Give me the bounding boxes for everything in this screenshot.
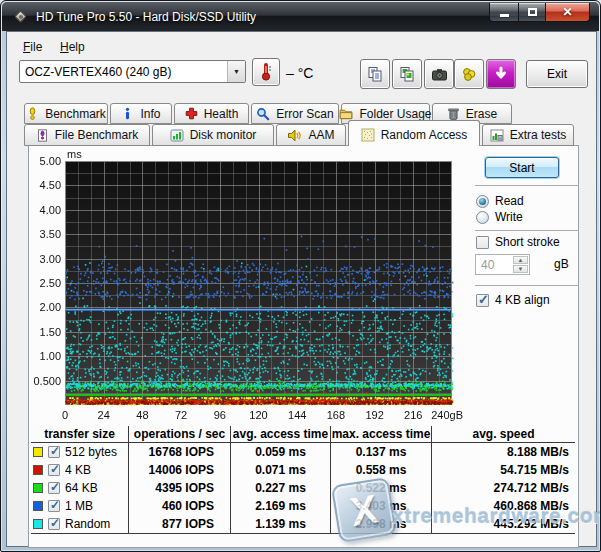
client-area: FileHelp OCZ-VERTEX460 (240 gB) ▼ – °C [6,31,597,547]
tab-health[interactable]: Health [174,103,249,124]
disk-monitor-icon [170,129,184,142]
tab-info[interactable]: Info [110,103,172,124]
tab-random-access[interactable]: Random Access [348,120,480,146]
4kb-align-checkbox[interactable] [476,294,489,307]
short-stroke-size-value: 40 [481,258,494,272]
spinner-down-icon[interactable]: ▼ [513,265,528,273]
close-button[interactable]: ✕ [545,3,590,22]
exit-button[interactable]: Exit [526,60,588,88]
value-cell: 4395 IOPS [128,479,230,497]
tab-label: Erase [466,107,497,121]
tab-error-scan[interactable]: Error Scan [251,103,339,124]
results-table-body: 512 bytes16768 IOPS0.059 ms0.137 ms8.188… [31,443,575,534]
series-visible-checkbox[interactable] [48,518,60,530]
tab-extra-tests[interactable]: Extra tests [482,124,574,146]
separator [475,285,579,286]
tab-file-benchmark[interactable]: File Benchmark [24,124,150,146]
results-table-header: transfer sizeoperations / secavg. access… [31,426,575,443]
screenshot-button[interactable] [424,59,454,89]
value-cell: 0.137 ms [330,443,431,461]
menu-file[interactable]: File [18,38,47,56]
tab-label: Random Access [381,128,468,142]
column-header: max. access time [330,426,431,442]
title-bar: HD Tune Pro 5.50 - Hard Disk/SSD Utility… [2,2,599,31]
erase-icon [447,107,460,120]
series-color-swatch [33,519,43,529]
value-cell: 0.227 ms [230,479,330,497]
chevron-down-icon[interactable]: ▼ [227,61,245,82]
caption-buttons: ✕ [490,3,590,22]
tab-disk-monitor[interactable]: Disk monitor [152,124,274,146]
tab-label: Disk monitor [190,128,257,142]
series-cell: Random [31,515,128,533]
value-cell: 3.403 ms [330,497,431,515]
minimize-icon [500,14,509,17]
value-cell: 460 IOPS [128,497,230,515]
update-download-button[interactable] [486,59,516,89]
separator [475,185,579,186]
tab-label: Benchmark [45,107,106,121]
short-stroke-size-spinner[interactable]: 40 ▲ ▼ [475,254,530,275]
spinner-up-icon[interactable]: ▲ [513,256,528,264]
write-label: Write [495,210,523,224]
tab-benchmark[interactable]: Benchmark [24,103,108,124]
temperature-readout: – °C [286,65,313,81]
copy-text-button[interactable] [360,59,390,89]
separator [475,230,579,231]
maximize-icon [528,8,537,16]
series-visible-checkbox[interactable] [48,464,60,476]
column-header: operations / sec [128,426,230,442]
download-icon [492,65,510,83]
maximize-button[interactable] [518,3,546,22]
coins-button[interactable] [454,59,484,89]
series-color-swatch [33,483,43,493]
tab-label: AAM [308,128,334,142]
column-header: avg. access time [230,426,330,442]
series-visible-checkbox[interactable] [48,446,60,458]
series-label: Random [65,517,110,531]
value-cell: 14006 IOPS [128,461,230,479]
thermometer-icon [258,62,274,82]
tab-label: Folder Usage [359,107,431,121]
value-cell: 2.169 ms [230,497,330,515]
tab-aam[interactable]: AAM [276,124,346,146]
read-radio[interactable] [476,195,489,208]
random-access-panel: Start Read Write Short stroke 40 ▲ ▼ gB … [28,145,579,548]
value-cell: 0.522 ms [330,479,431,497]
column-header: avg. speed [431,426,575,442]
folder-usage-icon [339,107,353,120]
short-stroke-checkbox[interactable] [476,236,489,249]
drive-select[interactable]: OCZ-VERTEX460 (240 gB) ▼ [19,60,246,83]
app-logo-icon [14,10,28,24]
random-access-icon [361,128,375,142]
series-visible-checkbox[interactable] [48,500,60,512]
tab-label: Info [140,107,160,121]
table-row: 1 MB460 IOPS2.169 ms3.403 ms460.868 MB/s [31,497,575,515]
minimize-button[interactable] [489,3,519,22]
value-cell: 0.071 ms [230,461,330,479]
series-color-swatch [33,447,43,457]
value-cell: 0.558 ms [330,461,431,479]
value-cell: 274.712 MB/s [431,479,575,497]
table-row: Random877 IOPS1.139 ms2.998 ms445.292 MB… [31,515,575,533]
table-row: 4 KB14006 IOPS0.071 ms0.558 ms54.715 MB/… [31,461,575,479]
value-cell: 460.868 MB/s [431,497,575,515]
series-cell: 512 bytes [31,443,128,461]
copy-image-button[interactable] [392,59,422,89]
extra-tests-icon [490,129,504,142]
temperature-button[interactable] [252,58,280,86]
coins-icon [461,66,478,83]
short-stroke-unit-label: gB [554,257,569,271]
4kb-align-label: 4 KB align [495,293,550,307]
series-visible-checkbox[interactable] [48,482,60,494]
series-color-swatch [33,465,43,475]
value-cell: 8.188 MB/s [431,443,575,461]
tab-label: Error Scan [276,107,333,121]
start-button[interactable]: Start [485,157,559,178]
drive-select-value: OCZ-VERTEX460 (240 gB) [20,65,227,79]
menu-help[interactable]: Help [55,38,90,56]
app-window: HD Tune Pro 5.50 - Hard Disk/SSD Utility… [0,0,601,552]
series-label: 1 MB [65,499,93,513]
write-radio[interactable] [476,211,489,224]
tab-label: Health [204,107,239,121]
